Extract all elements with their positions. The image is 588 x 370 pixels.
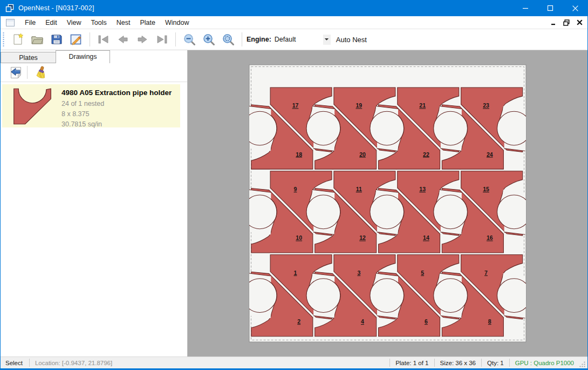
drawings-page: 4980 A05 Extraction pipe holder 24 of 1 … bbox=[1, 63, 187, 356]
status-mode: Select bbox=[1, 360, 29, 366]
zoom-out-button[interactable] bbox=[181, 31, 197, 48]
menu-view[interactable]: View bbox=[62, 17, 86, 28]
part-number-label: 3 bbox=[357, 270, 360, 276]
part-number-label: 17 bbox=[292, 102, 299, 109]
open-folder-icon bbox=[31, 33, 44, 46]
save-as-icon bbox=[70, 33, 83, 46]
part-thumbnail bbox=[5, 88, 59, 124]
minimize-icon bbox=[522, 5, 529, 11]
drawings-toolbar-separator bbox=[27, 66, 28, 79]
menu-file[interactable]: File bbox=[20, 17, 40, 28]
zoom-extents-button[interactable] bbox=[220, 31, 236, 48]
resize-grip-icon[interactable] bbox=[578, 360, 586, 368]
part-number-label: 9 bbox=[294, 186, 297, 192]
window-minimize-button[interactable] bbox=[513, 0, 538, 16]
menu-bar: File Edit View Tools Nest Plate Window bbox=[1, 16, 587, 29]
title-bar: OpenNest - [N0317-002] bbox=[1, 0, 587, 16]
nav-first-button[interactable] bbox=[95, 31, 112, 48]
window-close-button[interactable] bbox=[563, 0, 587, 16]
tab-drawings[interactable]: Drawings bbox=[56, 50, 110, 63]
part-number-label: 5 bbox=[421, 270, 424, 276]
window-maximize-button[interactable] bbox=[538, 0, 563, 16]
toolbar-separator bbox=[242, 32, 242, 46]
nav-first-icon bbox=[97, 32, 111, 46]
status-gpu: GPU : Quadro P1000 bbox=[510, 360, 576, 366]
drawings-list: 4980 A05 Extraction pipe holder 24 of 1 … bbox=[1, 82, 187, 127]
drawings-toolbar bbox=[1, 63, 187, 82]
part-number-label: 4 bbox=[361, 318, 364, 325]
part-number-label: 8 bbox=[488, 318, 491, 325]
menu-window[interactable]: Window bbox=[160, 17, 194, 28]
engine-combobox[interactable]: Default bbox=[275, 35, 331, 45]
chevron-down-icon bbox=[324, 38, 329, 41]
nav-last-button[interactable] bbox=[154, 31, 170, 48]
zoom-in-button[interactable] bbox=[201, 31, 217, 48]
main-toolbar: Engine: Default Auto Nest bbox=[1, 29, 587, 50]
part-number-label: 23 bbox=[483, 102, 489, 109]
part-number-label: 7 bbox=[484, 270, 488, 276]
side-panel: Plates Drawings bbox=[1, 50, 188, 356]
part-number-label: 14 bbox=[423, 234, 429, 241]
document-close-button[interactable] bbox=[576, 19, 583, 26]
zoom-in-icon bbox=[202, 33, 216, 46]
import-drawing-button[interactable] bbox=[8, 65, 23, 80]
document-minimize-button[interactable] bbox=[550, 19, 557, 26]
part-number-label: 12 bbox=[359, 234, 366, 241]
part-title: 4980 A05 Extraction pipe holder bbox=[61, 89, 172, 97]
status-location: Location: [-0.9437, 21.8796] bbox=[30, 360, 118, 366]
status-qty: Qty: 1 bbox=[482, 360, 509, 366]
app-icon bbox=[5, 4, 14, 12]
status-plate: Plate: 1 of 1 bbox=[390, 360, 434, 366]
toolbar-grip[interactable] bbox=[2, 32, 5, 46]
auto-nest-button[interactable]: Auto Nest bbox=[333, 33, 370, 46]
broom-icon bbox=[33, 66, 47, 79]
engine-label: Engine: bbox=[247, 36, 271, 43]
panel-tabs: Plates Drawings bbox=[1, 50, 187, 63]
part-number-label: 15 bbox=[483, 186, 489, 192]
save-as-button[interactable] bbox=[68, 31, 84, 48]
toolbar-separator bbox=[90, 32, 90, 46]
save-button[interactable] bbox=[49, 31, 65, 48]
open-button[interactable] bbox=[29, 31, 45, 48]
part-number-label: 16 bbox=[487, 234, 493, 241]
status-bar: Select Location: [-0.9437, 21.8796] Plat… bbox=[1, 356, 587, 368]
document-restore-button[interactable] bbox=[563, 19, 570, 26]
save-icon bbox=[50, 33, 63, 46]
part-shape-icon bbox=[12, 88, 52, 125]
menu-tools[interactable]: Tools bbox=[86, 17, 112, 28]
part-number-label: 11 bbox=[356, 186, 362, 192]
document-window-icon[interactable] bbox=[6, 19, 15, 26]
menu-edit[interactable]: Edit bbox=[40, 17, 62, 28]
part-number-label: 18 bbox=[296, 151, 302, 158]
part-info: 4980 A05 Extraction pipe holder 24 of 1 … bbox=[59, 88, 172, 124]
zoom-out-icon bbox=[183, 33, 196, 46]
close-icon bbox=[572, 5, 579, 12]
document-close-icon bbox=[577, 19, 583, 25]
nav-next-icon bbox=[135, 32, 149, 46]
menu-nest[interactable]: Nest bbox=[112, 17, 135, 28]
import-drawing-icon bbox=[9, 66, 23, 79]
app-window: OpenNest - [N0317-002] bbox=[0, 0, 588, 370]
nav-next-button[interactable] bbox=[134, 31, 151, 48]
nav-last-icon bbox=[155, 32, 169, 46]
part-number-label: 13 bbox=[419, 186, 426, 192]
clear-drawings-button[interactable] bbox=[32, 65, 47, 80]
part-number-label: 1 bbox=[294, 270, 297, 276]
maximize-icon bbox=[547, 5, 553, 11]
tab-plates[interactable]: Plates bbox=[1, 52, 56, 63]
window-controls bbox=[513, 0, 587, 16]
engine-dropdown-button[interactable] bbox=[323, 35, 331, 45]
nest-canvas[interactable]: 171819202122232491011121314151612345678 bbox=[188, 50, 587, 356]
part-number-label: 24 bbox=[487, 151, 493, 158]
zoom-extents-icon bbox=[222, 33, 235, 46]
nav-previous-button[interactable] bbox=[115, 31, 131, 48]
new-button[interactable] bbox=[10, 31, 26, 48]
document-restore-icon bbox=[563, 19, 570, 26]
part-number-label: 22 bbox=[423, 151, 429, 158]
document-window-controls bbox=[550, 19, 587, 26]
window-title: OpenNest - [N0317-002] bbox=[18, 4, 94, 12]
drawing-list-item[interactable]: 4980 A05 Extraction pipe holder 24 of 1 … bbox=[2, 84, 180, 127]
menu-plate[interactable]: Plate bbox=[135, 17, 160, 28]
part-number-label: 10 bbox=[296, 234, 302, 241]
nav-previous-icon bbox=[116, 32, 130, 46]
